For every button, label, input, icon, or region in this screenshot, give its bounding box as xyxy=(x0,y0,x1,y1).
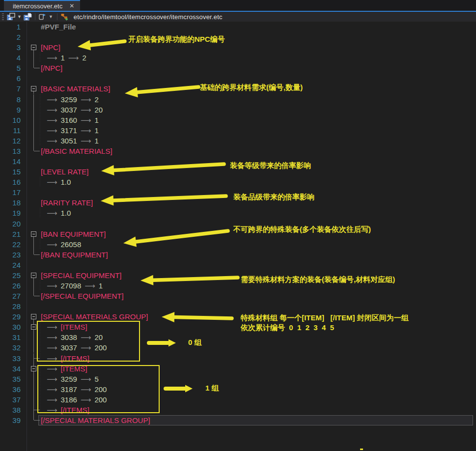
arrow-glyph: ⟶ xyxy=(84,282,95,290)
line-number: 38 xyxy=(0,405,21,415)
code-line[interactable]: 27[/SPECIAL EQUIPMENT] xyxy=(0,291,476,301)
tree-add-icon[interactable] xyxy=(60,12,69,21)
fold-toggle-icon[interactable] xyxy=(30,270,38,281)
fold-guide xyxy=(30,146,38,156)
validate-icon[interactable] xyxy=(38,12,47,21)
close-icon[interactable]: ✕ xyxy=(69,3,74,9)
line-number: 27 xyxy=(0,291,21,301)
indent-guide xyxy=(40,115,40,125)
save-as-icon[interactable] xyxy=(23,12,32,21)
code-line[interactable]: 19⟶1.0 xyxy=(0,208,476,218)
section-tag: [BAN EQUIPMENT] xyxy=(41,230,106,238)
code-line[interactable]: 12⟶3051⟶1 xyxy=(0,136,476,146)
code-line[interactable]: 8⟶3259⟶2 xyxy=(0,94,476,105)
fold-guide xyxy=(30,136,38,146)
code-line[interactable]: 2 xyxy=(0,32,476,42)
value-token: 26058 xyxy=(61,240,82,249)
fold-guide xyxy=(30,291,38,301)
code-line[interactable]: 9⟶3037⟶20 xyxy=(0,105,476,115)
fold-toggle-icon[interactable] xyxy=(30,42,38,53)
code-text: [NPC] xyxy=(41,42,64,53)
arrow-glyph: ⟶ xyxy=(47,137,57,145)
file-header: #PVF_File xyxy=(41,23,76,31)
annotation-label: 特殊材料组 每一个[ITEM] [/ITEM] 封闭区间为一组 xyxy=(241,313,409,323)
code-text: [RARITY RATE] xyxy=(41,197,96,208)
code-line[interactable]: 11⟶3171⟶1 xyxy=(0,125,476,136)
arrow-glyph: ⟶ xyxy=(47,209,57,217)
line-number: 32 xyxy=(0,342,21,353)
section-tag: [/NPC] xyxy=(41,64,62,72)
arrow-glyph: ⟶ xyxy=(81,116,91,124)
fold-toggle-icon[interactable] xyxy=(30,229,38,239)
section-tag: [/SPECIAL MATERIALS GROUP] xyxy=(41,416,150,424)
code-text: ⟶27098⟶1 xyxy=(47,281,106,291)
fold-toggle-icon[interactable] xyxy=(30,311,38,322)
code-text: ⟶3171⟶1 xyxy=(47,125,102,136)
line-number: 26 xyxy=(0,281,21,291)
fold-guide xyxy=(30,281,38,291)
fold-guide xyxy=(30,384,38,395)
arrow-glyph: ⟶ xyxy=(47,178,57,186)
code-text: ⟶1.0 xyxy=(47,208,74,218)
code-line[interactable]: 6 xyxy=(0,73,476,84)
annotation-label: 需要特殊材料方案的装备(装备编号,材料对应组) xyxy=(241,275,395,284)
fold-guide xyxy=(30,105,38,115)
line-number: 28 xyxy=(0,301,21,311)
line-number: 35 xyxy=(0,374,21,384)
code-text: ⟶1.0 xyxy=(47,177,74,187)
validate-dropdown-caret[interactable]: ▼ xyxy=(49,14,53,19)
toolbar-grip[interactable] xyxy=(2,13,4,21)
value-token: 2 xyxy=(94,95,98,104)
code-line[interactable]: 22⟶26058 xyxy=(0,239,476,250)
code-line[interactable]: 39[/SPECIAL MATERIALS GROUP] xyxy=(0,415,476,425)
annotation-label: 0 组 xyxy=(188,338,202,347)
code-line[interactable]: 1#PVF_File xyxy=(0,22,476,32)
fold-toggle-icon[interactable] xyxy=(30,364,38,374)
value-token: 3259 xyxy=(61,95,77,104)
section-tag: [LEVEL RATE] xyxy=(41,168,89,176)
indent-guide xyxy=(40,281,40,291)
value-token: 3171 xyxy=(61,126,77,135)
value-token: 1 xyxy=(94,116,98,124)
line-number: 3 xyxy=(0,42,21,53)
code-line[interactable]: 10⟶3160⟶1 xyxy=(0,115,476,125)
toolbar-separator xyxy=(57,13,57,20)
line-number: 39 xyxy=(0,415,21,425)
save-icon[interactable] xyxy=(6,12,16,21)
arrow-glyph: ⟶ xyxy=(81,106,91,114)
code-line[interactable]: 28 xyxy=(0,301,476,311)
line-number: 20 xyxy=(0,219,21,229)
section-tag: [BASIC MATERIALS] xyxy=(41,85,110,93)
value-token: 3051 xyxy=(61,137,77,145)
value-token: 2 xyxy=(82,54,86,62)
save-dropdown-caret[interactable]: ▼ xyxy=(17,14,22,19)
code-line[interactable]: 16⟶1.0 xyxy=(0,177,476,187)
fold-toggle-icon[interactable] xyxy=(30,84,38,94)
code-line[interactable]: 26⟶27098⟶1 xyxy=(0,281,476,291)
value-token: 1 xyxy=(94,126,98,135)
code-line[interactable]: 5[/NPC] xyxy=(0,63,476,73)
fold-guide xyxy=(30,53,38,63)
code-line[interactable]: 24 xyxy=(0,260,476,270)
code-line[interactable]: 3[NPC] xyxy=(0,42,476,53)
code-line[interactable]: 25[SPECIAL EQUIPMENT] xyxy=(0,270,476,281)
toolbar-separator xyxy=(35,13,35,20)
code-line[interactable]: 13[/BASIC MATERIALS] xyxy=(0,146,476,156)
fold-guide xyxy=(30,115,38,125)
line-number: 30 xyxy=(0,322,21,332)
code-line[interactable]: 4⟶1⟶2 xyxy=(0,53,476,63)
annotation-label: 1 组 xyxy=(205,383,219,393)
indent-guide xyxy=(40,105,40,115)
arrow-glyph: ⟶ xyxy=(47,126,57,135)
tab-itemcrossover[interactable]: itemcrossover.etc ✕ xyxy=(4,0,80,11)
code-line[interactable]: 23[/BAN EQUIPMENT] xyxy=(0,250,476,260)
annotation-label: 装备等级带来的倍率影响 xyxy=(230,161,311,170)
value-token: 27098 xyxy=(61,282,82,290)
line-number: 34 xyxy=(0,364,21,374)
file-path: etc/rindro/itemtool/itemcrossover/itemcr… xyxy=(74,13,223,21)
line-number: 2 xyxy=(0,32,21,42)
value-token: 3160 xyxy=(61,116,77,124)
fold-guide xyxy=(30,239,38,250)
fold-guide xyxy=(30,374,38,384)
annotation-label: 开启装备跨界功能的NPC编号 xyxy=(128,34,225,44)
